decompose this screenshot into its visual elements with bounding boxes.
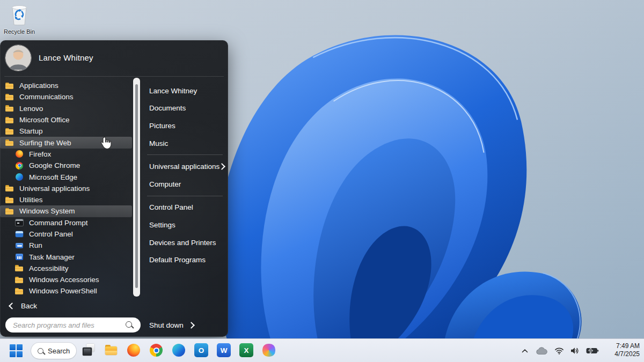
taskbar-app-excel[interactable]: X — [239, 343, 253, 357]
recycle-bin[interactable]: Recycle Bin — [3, 3, 35, 35]
wallpaper-bloom — [216, 26, 589, 354]
onedrive-icon[interactable] — [535, 346, 548, 355]
menu-divider — [147, 196, 223, 196]
submenu-chevron-icon — [218, 163, 225, 170]
recycle-bin-icon — [9, 3, 30, 26]
start-right-item-music[interactable]: Music — [141, 135, 228, 152]
item-label: Utilities — [19, 196, 43, 204]
item-label: Google Chrome — [29, 161, 80, 169]
taskbar-app-word[interactable]: W — [217, 343, 231, 357]
item-label: Default Programs — [149, 256, 206, 264]
cmd-icon — [15, 218, 24, 227]
folder-icon — [5, 127, 14, 136]
item-label: Music — [149, 139, 168, 147]
folder-icon — [5, 116, 14, 124]
taskbar-search[interactable]: Search — [31, 343, 76, 359]
start-left-item-task-manager[interactable]: Task Manager — [0, 251, 132, 262]
start-left-item-run[interactable]: Run — [0, 240, 132, 251]
start-right-item-default-programs[interactable]: Default Programs — [141, 251, 228, 269]
run-icon — [15, 241, 24, 250]
folder-icon — [15, 264, 24, 272]
start-left-item-surfing-the-web[interactable]: Surfing the Web — [0, 137, 132, 148]
start-right-item-pictures[interactable]: Pictures — [141, 117, 228, 135]
firefox-icon — [15, 150, 24, 158]
taskbar-app-outlook[interactable]: O — [194, 343, 208, 357]
shutdown-label: Shut down — [149, 321, 184, 329]
recycle-bin-label: Recycle Bin — [3, 28, 35, 35]
item-label: Surfing the Web — [19, 139, 71, 147]
back-button[interactable]: Back — [0, 299, 133, 313]
start-left-item-windows-system[interactable]: Windows System — [0, 205, 132, 217]
start-left-item-universal-applications[interactable]: Universal applications — [0, 183, 132, 194]
battery-charging-icon[interactable] — [586, 347, 599, 354]
item-label: Computer — [149, 180, 181, 188]
taskbar-search-label: Search — [48, 347, 70, 355]
start-left-item-applications[interactable]: Applications — [0, 80, 132, 91]
start-right-item-settings[interactable]: Settings — [141, 216, 228, 234]
item-label: Startup — [19, 127, 43, 135]
taskbar-app-firefox[interactable] — [127, 343, 141, 357]
control-panel-icon — [15, 230, 24, 239]
firefox-icon — [127, 343, 141, 357]
task-manager-icon — [15, 253, 24, 261]
taskbar-clock[interactable]: 7:49 AM 4/7/2025 — [614, 342, 640, 358]
item-label: Run — [29, 241, 42, 249]
start-left-item-lenovo[interactable]: Lenovo — [0, 103, 132, 114]
folder-icon — [5, 207, 14, 216]
start-left-item-google-chrome[interactable]: Google Chrome — [0, 160, 132, 171]
start-left-item-firefox[interactable]: Firefox — [0, 149, 132, 160]
start-right-item-universal-applications[interactable]: Universal applications — [141, 158, 228, 175]
wifi-icon[interactable] — [554, 347, 564, 354]
start-right-item-computer[interactable]: Computer — [141, 175, 228, 193]
start-right-item-lance-whitney[interactable]: Lance Whitney — [141, 82, 228, 100]
start-right-column: Lance Whitney Documents Pictures Music U… — [141, 78, 228, 269]
taskbar-app-file-explorer[interactable] — [104, 343, 118, 357]
edge-icon — [15, 173, 24, 181]
start-left-item-accessibility[interactable]: Accessibility — [0, 263, 132, 274]
user-name: Lance Whitney — [39, 53, 93, 62]
volume-icon[interactable] — [570, 347, 580, 354]
taskbar-app-task-view[interactable] — [82, 343, 96, 357]
start-left-item-communications[interactable]: Communications — [0, 91, 132, 102]
start-left-item-command-prompt[interactable]: Command Prompt — [0, 217, 132, 228]
user-avatar[interactable] — [5, 45, 31, 71]
start-left-column: Applications Communications Lenovo Micro… — [0, 78, 133, 299]
start-left-item-startup[interactable]: Startup — [0, 125, 132, 137]
start-menu: Lance Whitney Applications Communication… — [0, 40, 228, 337]
shutdown-button[interactable]: Shut down — [141, 317, 194, 333]
header-divider — [4, 76, 224, 77]
back-label: Back — [21, 302, 37, 310]
item-label: Devices and Printers — [149, 239, 216, 247]
tray-chevron-up-icon[interactable] — [521, 348, 529, 353]
microsoft-edge-icon — [172, 343, 186, 357]
menu-scrollbar[interactable] — [133, 78, 140, 297]
scrollbar-thumb[interactable] — [135, 84, 138, 288]
start-right-item-documents[interactable]: Documents — [141, 100, 228, 117]
item-label: Documents — [149, 104, 186, 112]
item-label: Pictures — [149, 122, 175, 130]
folder-icon — [15, 287, 24, 295]
start-right-item-devices-and-printers[interactable]: Devices and Printers — [141, 234, 228, 252]
folder-icon — [15, 276, 24, 284]
google-chrome-icon — [149, 343, 163, 357]
system-tray — [521, 339, 599, 362]
start-left-item-microsoft-edge[interactable]: Microsoft Edge — [0, 171, 132, 182]
clock-date: 4/7/2025 — [614, 350, 640, 358]
start-button[interactable] — [9, 343, 23, 358]
start-left-item-utilities[interactable]: Utilities — [0, 194, 132, 205]
start-left-item-windows-accessories[interactable]: Windows Accessories — [0, 274, 132, 285]
task-view-icon — [82, 343, 96, 357]
start-left-item-control-panel[interactable]: Control Panel — [0, 228, 132, 240]
taskbar-app-microsoft-edge[interactable] — [172, 343, 186, 357]
item-label: Communications — [19, 93, 74, 101]
start-right-item-control-panel[interactable]: Control Panel — [141, 199, 228, 217]
folder-icon — [5, 138, 14, 147]
start-search-input[interactable] — [5, 317, 141, 333]
item-label: Firefox — [29, 150, 51, 158]
item-label: Task Manager — [29, 253, 75, 261]
taskbar-app-google-chrome[interactable] — [149, 343, 163, 357]
start-left-item-windows-powershell[interactable]: Windows PowerShell — [0, 285, 132, 297]
taskbar-app-copilot[interactable] — [262, 343, 276, 357]
item-label: Universal applications — [19, 184, 90, 193]
start-left-item-microsoft-office[interactable]: Microsoft Office — [0, 114, 132, 125]
